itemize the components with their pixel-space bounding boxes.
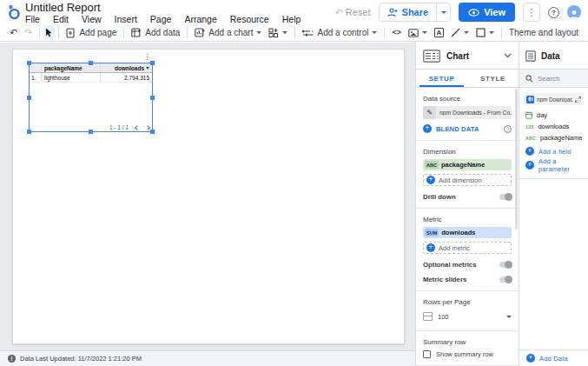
toolbar-separator	[123, 28, 124, 38]
resize-handle[interactable]	[27, 61, 31, 65]
menu-help[interactable]: Help	[282, 14, 301, 24]
prev-page-icon[interactable]	[135, 125, 140, 130]
toolbar-separator	[294, 28, 295, 38]
add-metric-button[interactable]: + Add metric	[423, 242, 512, 254]
view-button[interactable]: View	[459, 3, 515, 22]
data-source-label: Data source	[423, 95, 512, 103]
blend-data-button[interactable]: BLEND DATA	[436, 125, 479, 133]
share-button[interactable]: Share	[380, 7, 437, 17]
report-canvas[interactable]: ⋮ packageName downloads	[0, 43, 415, 350]
avatar[interactable]	[567, 5, 581, 19]
column-header-downloads[interactable]: downloads	[100, 63, 152, 72]
section-divider	[416, 140, 519, 141]
add-text-button[interactable]: A	[431, 26, 447, 40]
tab-setup[interactable]: SETUP	[416, 70, 467, 87]
metric-sliders-toggle[interactable]	[499, 276, 512, 283]
add-data-button[interactable]: + Add Data	[519, 349, 588, 366]
search-input[interactable]	[538, 75, 578, 83]
menu-view[interactable]: View	[82, 14, 102, 24]
resize-handle[interactable]	[89, 61, 93, 65]
chevron-down-icon[interactable]	[504, 53, 512, 58]
add-control-icon	[302, 29, 314, 37]
resize-handle[interactable]	[150, 61, 155, 65]
add-a-parameter-button[interactable]: + Add a parameter	[519, 159, 588, 171]
report-page[interactable]: ⋮ packageName downloads	[12, 49, 405, 344]
setup-panel-scrollbar[interactable]	[515, 89, 518, 230]
resize-handle[interactable]	[150, 96, 155, 100]
add-shape-button[interactable]	[472, 26, 498, 40]
looker-studio-logo-icon[interactable]	[7, 3, 21, 20]
chart-panel-tabs: SETUP STYLE	[416, 70, 519, 88]
add-page-button[interactable]: Add page	[63, 26, 120, 40]
caret-down-icon	[489, 31, 494, 34]
data-panel-icon	[525, 50, 536, 62]
add-image-button[interactable]	[405, 26, 431, 40]
community-visualizations-button[interactable]	[265, 26, 291, 40]
app-bar-actions: ↶ Reset Share View	[335, 3, 581, 22]
line-tool-icon	[451, 28, 460, 37]
menu-arrange[interactable]: Arrange	[184, 14, 216, 24]
tab-style[interactable]: STYLE	[467, 70, 519, 87]
share-button-group: Share	[379, 3, 452, 22]
data-panel: Data npm Downloads - F... day	[519, 43, 588, 366]
add-chart-button[interactable]: Add a chart	[191, 26, 265, 40]
menu-file[interactable]: File	[25, 14, 40, 24]
rows-per-page-select[interactable]: 100	[423, 309, 512, 323]
undo-button[interactable]: ↶	[6, 26, 21, 40]
resize-handle[interactable]	[150, 130, 155, 134]
optional-metrics-toggle[interactable]	[499, 262, 512, 268]
reset-button[interactable]: ↶ Reset	[335, 7, 371, 17]
add-control-button[interactable]: Add a control	[299, 26, 380, 40]
toolbar-separator	[384, 28, 385, 38]
data-source-row[interactable]: npm Downloads - F...	[524, 93, 584, 105]
field-packagename[interactable]: ABC packageName	[519, 132, 588, 143]
plus-icon: +	[426, 243, 435, 252]
menu-edit[interactable]: Edit	[53, 14, 69, 24]
drill-down-label: Drill down	[423, 193, 456, 201]
undo-icon: ↶	[10, 28, 17, 37]
metric-chip[interactable]: SUM downloads	[423, 227, 512, 238]
menu-insert[interactable]: Insert	[115, 14, 137, 24]
person-add-icon	[387, 8, 398, 17]
field-downloads[interactable]: 123 downloads	[519, 121, 588, 132]
theme-and-layout-button[interactable]: Theme and layout	[505, 26, 582, 40]
more-options-button[interactable]: ⋮	[523, 3, 540, 22]
rows-per-page-label: Rows per Page	[423, 298, 512, 306]
resize-handle[interactable]	[89, 130, 93, 134]
share-dropdown-button[interactable]	[436, 3, 450, 21]
embed-url-button[interactable]: <>	[388, 26, 405, 40]
rows-per-page-value: 100	[438, 313, 449, 321]
sort-desc-icon	[146, 67, 149, 70]
redo-button[interactable]: ↷	[21, 26, 36, 40]
dimension-chip[interactable]: ABC packageName	[423, 159, 512, 170]
add-data-button[interactable]: Add data	[128, 26, 183, 40]
drill-down-toggle[interactable]	[499, 194, 512, 200]
add-a-field-button[interactable]: + Add a field	[519, 145, 588, 157]
resize-handle[interactable]	[27, 96, 31, 100]
menu-resource[interactable]: Resource	[230, 14, 269, 24]
toolbar-separator	[58, 28, 59, 38]
community-viz-icon	[268, 28, 279, 37]
resize-handle[interactable]	[27, 130, 31, 134]
table-chart-widget[interactable]: ⋮ packageName downloads	[29, 63, 153, 132]
caret-down-icon	[282, 31, 287, 34]
edit-data-source-button[interactable]: ✎	[423, 106, 436, 119]
collapse-icon[interactable]	[575, 96, 581, 103]
section-divider	[416, 330, 519, 331]
packagename-cell: lighthouse	[42, 73, 100, 82]
select-tool-button[interactable]	[43, 26, 55, 39]
help-button[interactable]: ?	[548, 7, 559, 18]
report-title[interactable]: Untitled Report	[25, 1, 101, 14]
field-day[interactable]: day	[519, 110, 588, 121]
summary-row-checkbox[interactable]	[423, 350, 431, 358]
data-last-updated: Data Last Updated: 11/7/2022 1:21:20 PM	[20, 355, 142, 363]
menu-page[interactable]: Page	[150, 14, 172, 24]
plus-icon: +	[526, 354, 535, 363]
add-dimension-button[interactable]: + Add dimension	[423, 174, 512, 186]
help-icon[interactable]: ?	[504, 125, 512, 133]
data-source-chip[interactable]: ✎ npm Downloads - From Co...	[423, 106, 512, 119]
next-page-icon[interactable]	[145, 125, 150, 130]
widget-menu-button[interactable]: ⋮	[143, 53, 151, 61]
add-line-button[interactable]	[447, 26, 472, 40]
data-source-name: npm Downloads - F...	[537, 96, 572, 103]
